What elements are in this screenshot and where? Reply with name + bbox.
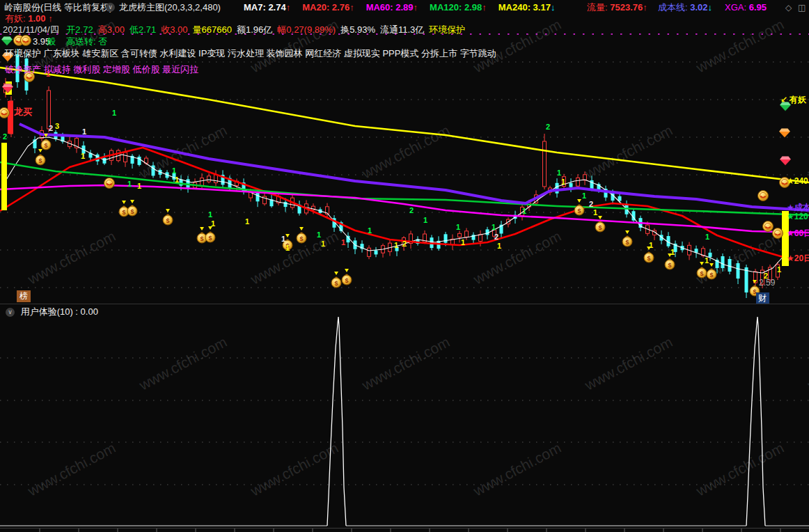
- money-bag-icon: $: [622, 230, 632, 247]
- chart-annotation: 2.59: [759, 278, 776, 288]
- signal-number: 1: [670, 248, 675, 256]
- diamond-tool-icon[interactable]: ◇: [785, 3, 792, 13]
- sub-indicator-separator: :: [73, 306, 81, 317]
- money-bag-icon: $: [36, 149, 45, 165]
- svg-text:$: $: [625, 239, 629, 246]
- signal-number: 1: [245, 217, 249, 226]
- sub-indicator-chart[interactable]: [0, 317, 809, 532]
- sub-indicator-row[interactable]: ∨ 用户体验(10) : 0.00: [6, 306, 98, 317]
- watermark-text: www.cfchi.com: [24, 228, 118, 288]
- signal-number: 1: [341, 238, 345, 247]
- signal-number: 1: [317, 230, 321, 239]
- money-bag-icon: $: [331, 272, 341, 288]
- signal-number: 1: [175, 175, 179, 184]
- candle-number-labels: 1232111111111111111112211112112111211111…: [3, 70, 781, 280]
- signal-number: 2: [409, 206, 414, 214]
- signal-number: 1: [593, 208, 597, 217]
- right-axis-label: ★240日: [787, 175, 809, 187]
- signal-number: 1: [127, 180, 132, 188]
- highlight-bar: [8, 101, 13, 134]
- watermark-text: www.cfchi.com: [247, 228, 340, 288]
- signal-number: 1: [492, 223, 496, 231]
- ohlc-field: 额1.96亿: [237, 24, 272, 35]
- svg-text:$: $: [709, 272, 713, 279]
- chart-annotation: 财: [758, 293, 767, 303]
- signal-number: 1: [394, 241, 398, 249]
- watermark-text: www.cfchi.com: [247, 439, 340, 499]
- svg-text:$: $: [668, 262, 671, 269]
- watermark-text: www.cfchi.com: [804, 334, 809, 393]
- signal-number: 1: [423, 216, 427, 224]
- tab-bang[interactable]: 榜: [17, 290, 31, 302]
- right-axis-label: ↙: [780, 95, 787, 104]
- signal-number: 2: [589, 200, 593, 208]
- stat-xga: XGA: 6.95: [725, 2, 767, 13]
- signal-number: 1: [211, 219, 215, 228]
- gold-coin-icon: [104, 178, 115, 189]
- risk-tags-row[interactable]: 破净资产 拟减持 微利股 定增股 低价股 最近闪拉: [5, 64, 198, 75]
- right-axis-label: 有妖: [790, 94, 806, 106]
- right-axis-label: ★20日: [787, 253, 809, 265]
- watermark-text: www.cfchi.com: [470, 439, 563, 499]
- yaogu-suffix: 般: [47, 36, 56, 47]
- chevron-down-icon[interactable]: ∨: [106, 3, 115, 12]
- ohlc-field: 环境保护: [429, 24, 465, 35]
- youyao-indicator: 有妖: 1.00 ↑: [5, 13, 53, 24]
- money-bag-icon: $: [197, 227, 207, 243]
- gold-coin-icon: [773, 228, 783, 239]
- ohlc-field: 幅0.27(9.89%): [277, 24, 336, 35]
- sub-indicator-name[interactable]: 用户体验(10): [21, 306, 73, 317]
- svg-text:$: $: [44, 142, 47, 149]
- sector-tags-row[interactable]: 环境保护 广东板块 雄安新区 含可转债 水利建设 IP变现 污水处理 装饰园林 …: [5, 48, 496, 58]
- gold-coin-icon: [0, 108, 10, 118]
- panel-divider: [0, 304, 809, 304]
- signal-number: 1: [705, 233, 709, 241]
- svg-text:$: $: [345, 277, 348, 284]
- watermark-text: www.cfchi.com: [470, 228, 563, 288]
- youyao-value: 1.00: [28, 13, 45, 24]
- header-row-1: 岭南股份(日线 等比前复权) ∨ 龙虎榜主图(20,3,3,2,480) MA7…: [0, 2, 809, 13]
- signal-number: 1: [137, 182, 141, 190]
- watermark-text: www.cfchi.com: [581, 122, 675, 182]
- signal-number: 1: [497, 242, 501, 250]
- chevron-down-icon[interactable]: ∨: [6, 308, 15, 317]
- signal-number: 1: [522, 207, 526, 215]
- split-window-icon[interactable]: ◫: [798, 3, 806, 13]
- signal-number: 1: [557, 169, 561, 177]
- ohlc-strip: 2021/11/04/四 开2.72高3.00低2.71收3.00量667660…: [3, 24, 465, 35]
- indicator-title[interactable]: 龙虎榜主图(20,3,3,2,480): [119, 2, 221, 13]
- money-bag-icon: $: [297, 227, 306, 243]
- money-bag-icon: $: [574, 199, 584, 215]
- svg-text:$: $: [700, 270, 703, 277]
- watermark-text: www.cfchi.com: [136, 122, 229, 182]
- main-chart-canvas[interactable]: www.cfchi.comwww.cfchi.comwww.cfchi.comw…: [0, 0, 809, 532]
- ma-value-ma60: MA60: 2.89↑: [366, 2, 418, 13]
- svg-text:$: $: [130, 208, 134, 215]
- ma-value-ma7: MA7: 2.74↑: [244, 2, 290, 13]
- svg-text:$: $: [166, 217, 169, 224]
- signal-number: 1: [582, 191, 586, 200]
- stock-title: 岭南股份(日线 等比前复权): [4, 2, 112, 13]
- signal-number: 1: [285, 244, 290, 252]
- stat-liuliang: 流量: 7523.76↑: [587, 2, 647, 13]
- svg-text:$: $: [38, 157, 42, 164]
- right-axis-label: ★120日: [787, 211, 809, 223]
- svg-text:$: $: [753, 288, 756, 295]
- svg-text:$: $: [334, 280, 338, 287]
- gold-coin-icon: [758, 191, 769, 201]
- header-row-3: 2021/11/04/四 开2.72高3.00低2.71收3.00量667660…: [0, 24, 809, 36]
- ohlc-field: 量667660: [193, 24, 232, 35]
- signal-number: 1: [208, 210, 212, 219]
- indicator-spike: [327, 317, 346, 526]
- ma-value-ma240: MA240: 3.17↓: [498, 2, 556, 13]
- date-label: 2021/11/04/四: [3, 24, 59, 35]
- ohlc-field: 换5.93%: [340, 24, 375, 35]
- ohlc-field: 流通11.3亿: [380, 24, 424, 35]
- svg-text:$: $: [647, 255, 650, 262]
- up-arrow-icon: ↑: [48, 13, 53, 24]
- ohlc-field: 低2.71: [129, 24, 156, 35]
- trading-app-window: www.cfchi.comwww.cfchi.comwww.cfchi.comw…: [0, 0, 809, 532]
- signal-number: 2: [3, 132, 7, 141]
- svg-text:$: $: [122, 209, 125, 216]
- signal-number: 1: [81, 152, 85, 160]
